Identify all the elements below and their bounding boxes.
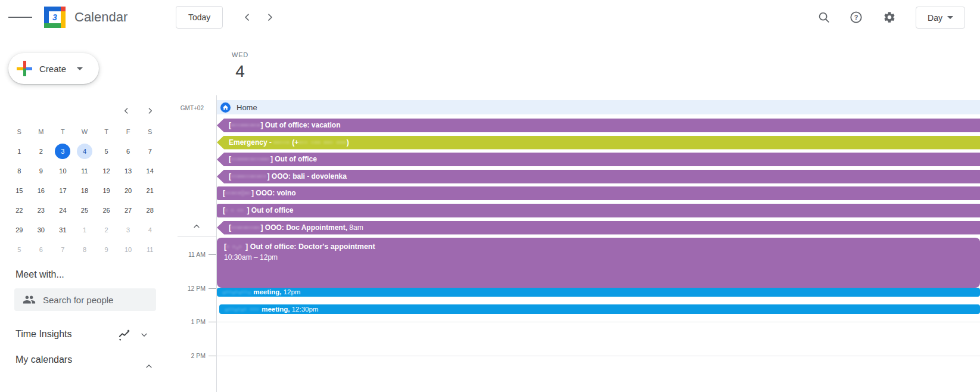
mini-calendar-day[interactable]: 22 [11, 203, 27, 218]
mini-calendar-day[interactable]: 23 [33, 203, 49, 218]
mini-calendar-day[interactable]: 8 [11, 163, 27, 179]
logo-part [61, 11, 66, 28]
mini-calendar-day[interactable]: 9 [99, 242, 114, 257]
my-calendars-collapse-button[interactable] [137, 354, 161, 378]
hamburger-bar [8, 17, 16, 18]
mini-calendar-day[interactable]: 15 [11, 183, 27, 198]
mini-calendar-day[interactable]: 5 [99, 144, 114, 159]
all-day-event[interactable]: [· · ·· ] Out of office [217, 204, 980, 217]
mini-calendar-day[interactable]: 10 [55, 163, 70, 179]
collapse-all-day-button[interactable] [188, 218, 205, 235]
all-day-event[interactable]: [-··--·-·-] Out of office: vacation [217, 119, 980, 132]
mini-calendar-day[interactable]: 12 [99, 163, 114, 179]
mini-calendar-weekday: S [139, 122, 161, 141]
mini-calendar-cell: 3 [117, 220, 139, 239]
mini-calendar-day[interactable]: 19 [99, 183, 114, 198]
logo-part [44, 23, 61, 28]
mini-calendar-day[interactable]: 29 [11, 222, 27, 238]
search-button[interactable] [812, 5, 836, 29]
mini-calendar-day[interactable]: 9 [33, 163, 49, 179]
all-day-event[interactable]: [··--··-·-··] OOO: bali - dovolenka [217, 170, 980, 183]
all-day-event[interactable]: Emergency - --··- (+-·· ·-- --· ---) [217, 136, 980, 150]
mini-calendar-cell: 31 [52, 220, 74, 239]
redacted-text: -··-·-· ··· [225, 306, 260, 313]
day-header[interactable]: WED 4 [228, 51, 252, 81]
all-day-event[interactable]: [··---·-··--·] Out of office [217, 153, 980, 166]
all-day-event[interactable]: [··-·-··-·] OOO: Doc Appointment, 8am [217, 221, 980, 235]
mini-calendar-day[interactable]: 25 [77, 203, 92, 218]
mini-calendar-day[interactable]: 8 [77, 242, 92, 257]
next-day-button[interactable] [258, 5, 282, 29]
mini-calendar-day[interactable]: 1 [77, 222, 92, 238]
mini-calendar-day[interactable]: 1 [11, 144, 27, 159]
redacted-text: -··--·-·- [231, 121, 260, 129]
mini-calendar-day[interactable]: 10 [120, 242, 136, 257]
timed-event[interactable]: -··-·-··- meeting, 12pm [217, 288, 980, 297]
redacted-text: --··- [273, 138, 290, 147]
mini-calendar-day[interactable]: 31 [55, 222, 70, 238]
svg-text:?: ? [854, 14, 858, 21]
sidebar: Create SMTWTFS12345678910111213141516171… [0, 35, 173, 392]
mini-calendar-weekday: T [52, 122, 74, 141]
mini-calendar-weekday: T [95, 122, 117, 141]
mini-calendar-cell: 29 [8, 220, 30, 239]
mini-calendar-day[interactable]: 5 [11, 242, 27, 257]
mini-calendar-cell: 20 [117, 181, 139, 200]
mini-calendar-day[interactable]: 6 [33, 242, 49, 257]
timezone-label: GMT+02 [173, 105, 204, 111]
house-glyph [222, 104, 229, 111]
day-of-week-label: WED [228, 51, 252, 58]
mini-calendar-day[interactable]: 16 [33, 183, 49, 198]
help-button[interactable]: ? [844, 5, 868, 29]
hour-label: 2 PM [173, 352, 206, 359]
mini-calendar-day[interactable]: 27 [120, 203, 136, 218]
mini-calendar-cell: 11 [139, 239, 161, 259]
mini-calendar-day[interactable]: 11 [77, 163, 92, 179]
mini-calendar-day[interactable]: 2 [33, 144, 49, 159]
all-day-event[interactable]: [··-·-:-·] OOO: volno [217, 186, 980, 200]
google-plus-icon [17, 61, 32, 76]
event-title-text: ] Out of office [270, 155, 317, 163]
mini-calendar-day[interactable]: 14 [142, 163, 158, 179]
mini-calendar-cell: 4 [74, 141, 96, 161]
time-insights-collapse-button[interactable] [135, 325, 154, 344]
mini-calendar-prev-button[interactable] [117, 101, 136, 120]
create-button[interactable]: Create [8, 53, 99, 84]
hamburger-bar [24, 17, 32, 18]
mini-calendar-day[interactable]: 2 [99, 222, 114, 238]
settings-button[interactable] [878, 5, 901, 29]
today-button[interactable]: Today [176, 6, 223, 29]
timed-event[interactable]: -··-·-· ··· meeting, 12:30pm [219, 304, 980, 314]
search-people-input[interactable] [43, 295, 144, 305]
mini-calendar-cell: 9 [30, 161, 52, 181]
view-selector-dropdown[interactable]: Day [916, 7, 965, 29]
timed-event[interactable]: [· ·.· ] Out of office: Doctor's appoint… [217, 237, 980, 288]
mini-calendar-day[interactable]: 24 [55, 203, 70, 218]
mini-calendar-day[interactable]: 3 [55, 144, 70, 159]
mini-calendar-day[interactable]: 21 [142, 183, 158, 198]
hamburger-bar [16, 17, 24, 18]
mini-calendar-day[interactable]: 6 [120, 144, 136, 159]
mini-calendar-day[interactable]: 13 [120, 163, 136, 179]
mini-calendar-day[interactable]: 20 [120, 183, 136, 198]
mini-calendar-next-button[interactable] [141, 101, 160, 120]
working-location-chip[interactable]: Home [217, 100, 980, 114]
chevron-left-icon [122, 106, 131, 116]
mini-calendar-day[interactable]: 11 [142, 242, 158, 257]
mini-calendar-day[interactable]: 3 [120, 222, 136, 238]
mini-calendar-cell: 27 [117, 200, 139, 220]
search-people-box[interactable] [14, 288, 156, 311]
mini-calendar-day[interactable]: 7 [142, 144, 158, 159]
mini-calendar-day[interactable]: 4 [77, 144, 92, 159]
mini-calendar-day[interactable]: 4 [142, 222, 158, 238]
main-menu-icon[interactable] [8, 5, 32, 29]
mini-calendar-day[interactable]: 28 [142, 203, 158, 218]
mini-calendar-cell: 16 [30, 181, 52, 200]
mini-calendar-day[interactable]: 17 [55, 183, 70, 198]
mini-calendar-day[interactable]: 7 [55, 242, 70, 257]
mini-calendar-day[interactable]: 30 [33, 222, 49, 238]
mini-calendar-day[interactable]: 26 [99, 203, 114, 218]
mini-calendar-day[interactable]: 18 [77, 183, 92, 198]
previous-day-button[interactable] [235, 5, 259, 29]
content-area: Create SMTWTFS12345678910111213141516171… [0, 35, 980, 392]
